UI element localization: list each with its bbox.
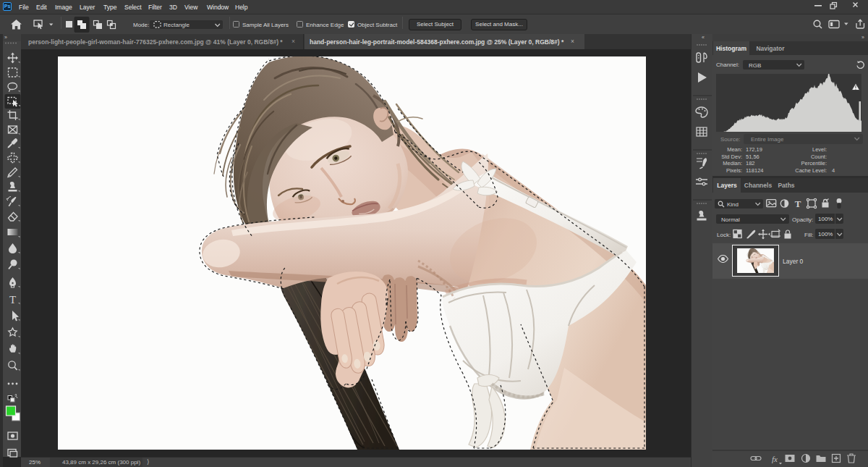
svg-text:fx: fx	[772, 455, 778, 463]
svg-text:T: T	[9, 294, 16, 306]
svg-text:T: T	[795, 198, 801, 209]
